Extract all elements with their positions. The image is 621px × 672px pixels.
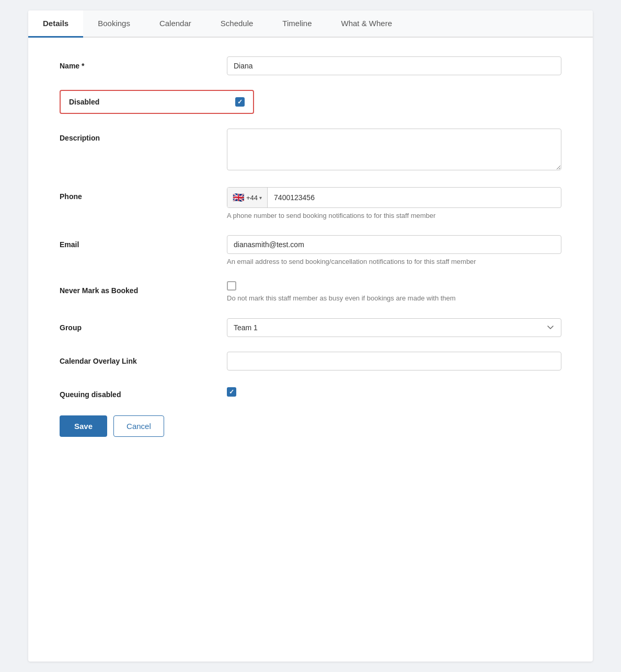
- name-row: Name *: [60, 56, 561, 75]
- phone-number-input[interactable]: [268, 189, 561, 206]
- calendar-overlay-input[interactable]: [227, 352, 561, 370]
- email-input[interactable]: [227, 235, 561, 254]
- never-mark-field: ✓ Do not mark this staff member as busy …: [227, 281, 561, 303]
- button-row: Save Cancel: [60, 415, 561, 437]
- flag-icon: 🇬🇧: [233, 192, 244, 203]
- name-field: [227, 56, 561, 75]
- phone-country-selector[interactable]: 🇬🇧 +44 ▾: [227, 188, 268, 207]
- group-select[interactable]: Team 1 Team 2 Team 3: [227, 318, 561, 337]
- phone-hint: A phone number to send booking notificat…: [227, 211, 561, 221]
- tab-what-where[interactable]: What & Where: [327, 10, 407, 38]
- email-label: Email: [60, 235, 227, 249]
- dropdown-arrow-icon: ▾: [259, 195, 262, 201]
- description-label: Description: [60, 129, 227, 142]
- disabled-checkbox[interactable]: ✓: [235, 97, 245, 107]
- save-button[interactable]: Save: [60, 415, 107, 437]
- email-hint: An email address to send booking/cancell…: [227, 257, 561, 267]
- email-row: Email An email address to send booking/c…: [60, 235, 561, 267]
- description-field: [227, 129, 561, 172]
- phone-field: 🇬🇧 +44 ▾ A phone number to send booking …: [227, 187, 561, 221]
- never-mark-hint: Do not mark this staff member as busy ev…: [227, 294, 561, 303]
- tab-calendar[interactable]: Calendar: [145, 10, 206, 38]
- never-mark-row: Never Mark as Booked ✓ Do not mark this …: [60, 281, 561, 303]
- queuing-disabled-label: Queuing disabled: [60, 385, 227, 399]
- group-row: Group Team 1 Team 2 Team 3: [60, 318, 561, 337]
- tab-timeline[interactable]: Timeline: [268, 10, 326, 38]
- phone-row: Phone 🇬🇧 +44 ▾ A phone number to send bo…: [60, 187, 561, 221]
- tab-details[interactable]: Details: [28, 10, 83, 38]
- phone-label: Phone: [60, 187, 227, 201]
- calendar-overlay-field: [227, 352, 561, 370]
- description-row: Description: [60, 129, 561, 172]
- phone-input-group: 🇬🇧 +44 ▾: [227, 187, 561, 208]
- queuing-disabled-checkbox[interactable]: ✓: [227, 387, 236, 397]
- disabled-checkmark: ✓: [237, 99, 243, 105]
- tab-bar: Details Bookings Calendar Schedule Timel…: [28, 10, 593, 38]
- never-mark-label: Never Mark as Booked: [60, 281, 227, 295]
- form-content: Name * Disabled ✓ Description: [28, 38, 593, 458]
- group-field: Team 1 Team 2 Team 3: [227, 318, 561, 337]
- group-label: Group: [60, 318, 227, 332]
- disabled-label: Disabled: [69, 98, 99, 106]
- cancel-button[interactable]: Cancel: [113, 415, 164, 437]
- queuing-disabled-checkmark: ✓: [229, 389, 234, 395]
- description-input[interactable]: [227, 129, 561, 170]
- calendar-overlay-label: Calendar Overlay Link: [60, 352, 227, 365]
- tab-schedule[interactable]: Schedule: [206, 10, 268, 38]
- calendar-overlay-row: Calendar Overlay Link: [60, 352, 561, 370]
- tab-bookings[interactable]: Bookings: [83, 10, 145, 38]
- name-input[interactable]: [227, 56, 561, 75]
- country-code: +44: [246, 194, 258, 202]
- disabled-row: Disabled ✓: [60, 90, 254, 114]
- email-field: An email address to send booking/cancell…: [227, 235, 561, 267]
- never-mark-checkbox[interactable]: ✓: [227, 281, 236, 291]
- name-label: Name *: [60, 56, 227, 70]
- queuing-row: Queuing disabled ✓: [60, 385, 561, 399]
